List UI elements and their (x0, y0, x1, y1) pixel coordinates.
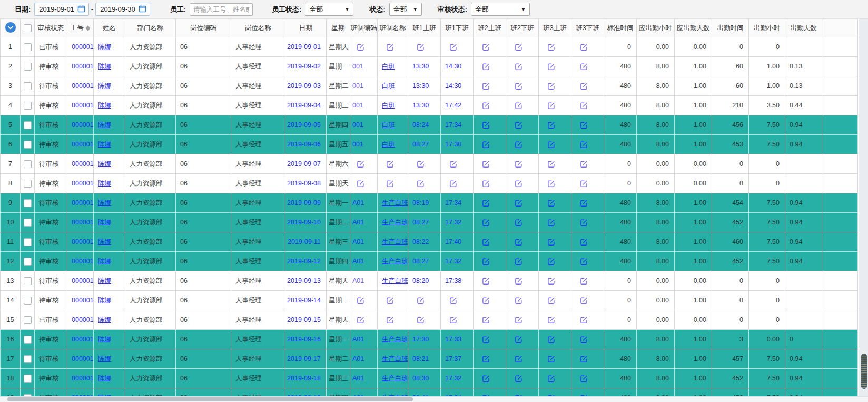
edit-icon[interactable] (515, 375, 522, 383)
time-link[interactable]: 17:37 (445, 355, 461, 362)
row-checkbox[interactable] (24, 355, 32, 363)
edit-icon[interactable] (515, 336, 522, 344)
edit-icon[interactable] (482, 258, 490, 266)
shift-name-link[interactable]: 生产白班 (382, 258, 408, 265)
row-checkbox[interactable] (24, 258, 32, 266)
employee-name-link[interactable]: 陈娜 (98, 375, 111, 382)
shift-code-link[interactable]: A01 (352, 336, 364, 343)
shift-code-link[interactable]: 001 (352, 141, 363, 148)
edit-icon[interactable] (515, 238, 522, 246)
date-link[interactable]: 2019-09-04 (287, 102, 321, 109)
edit-icon[interactable] (580, 121, 588, 129)
edit-icon[interactable] (515, 43, 522, 51)
edit-icon[interactable] (386, 160, 394, 168)
time-link[interactable]: 08:19 (412, 199, 429, 207)
time-link[interactable]: 13:30 (412, 63, 429, 70)
edit-icon[interactable] (580, 316, 588, 324)
edit-icon[interactable] (547, 375, 555, 383)
employee-name-link[interactable]: 陈娜 (98, 238, 111, 246)
time-link[interactable]: 14:30 (445, 82, 461, 90)
edit-icon[interactable] (580, 180, 588, 188)
edit-icon[interactable] (547, 121, 555, 129)
edit-icon[interactable] (515, 121, 522, 129)
shift-name-link[interactable]: 白班 (382, 63, 395, 70)
edit-icon[interactable] (547, 102, 555, 110)
employee-name-link[interactable]: 陈娜 (98, 316, 111, 323)
employee-id-link[interactable]: 000001 (72, 180, 94, 187)
employee-name-link[interactable]: 陈娜 (98, 102, 111, 109)
row-checkbox[interactable] (24, 102, 32, 110)
shift-name-link[interactable]: 生产白班 (382, 355, 408, 362)
date-link[interactable]: 2019-09-16 (287, 336, 321, 343)
shift-name-link[interactable]: 生产白班 (382, 219, 408, 226)
edit-icon[interactable] (482, 219, 490, 227)
employee-status-select[interactable]: 全部 ▼ (305, 3, 353, 16)
row-checkbox[interactable] (24, 63, 32, 71)
date-from-picker[interactable]: 2019-09-01 (34, 3, 89, 16)
shift-code-link[interactable]: A01 (352, 238, 364, 246)
edit-icon[interactable] (482, 238, 490, 246)
employee-id-link[interactable]: 000001 (72, 336, 94, 343)
date-link[interactable]: 2019-09-14 (287, 297, 321, 304)
time-link[interactable]: 17:30 (445, 141, 461, 148)
edit-icon[interactable] (580, 82, 588, 90)
edit-icon[interactable] (547, 82, 555, 90)
edit-icon[interactable] (515, 199, 522, 207)
time-link[interactable]: 08:27 (412, 219, 429, 226)
time-link[interactable]: 08:21 (412, 355, 429, 362)
edit-icon[interactable] (515, 82, 522, 90)
employee-id-link[interactable]: 000001 (72, 121, 94, 129)
shift-name-link[interactable]: 生产白班 (382, 336, 408, 343)
edit-icon[interactable] (547, 141, 555, 149)
sort-icon[interactable] (86, 25, 90, 31)
shift-code-link[interactable]: 001 (352, 82, 363, 90)
date-link[interactable]: 2019-09-08 (287, 180, 321, 187)
time-link[interactable]: 08:27 (412, 141, 429, 148)
edit-icon[interactable] (417, 316, 425, 324)
shift-name-link[interactable]: 白班 (382, 141, 395, 148)
time-link[interactable]: 17:30 (412, 336, 429, 343)
edit-icon[interactable] (515, 258, 522, 266)
edit-icon[interactable] (482, 102, 490, 110)
expand-all-button[interactable] (5, 22, 16, 33)
column-header-2[interactable]: 工号 (67, 19, 94, 37)
edit-icon[interactable] (515, 180, 522, 188)
edit-icon[interactable] (386, 180, 394, 188)
employee-name-link[interactable]: 陈娜 (98, 43, 111, 51)
time-link[interactable]: 17:32 (445, 375, 461, 382)
shift-name-link[interactable]: 生产白班 (382, 199, 408, 207)
edit-icon[interactable] (386, 297, 394, 305)
edit-icon[interactable] (547, 355, 555, 363)
employee-id-link[interactable]: 000001 (72, 355, 94, 362)
shift-name-link[interactable]: 白班 (382, 102, 395, 109)
calendar-icon[interactable] (77, 5, 85, 14)
date-link[interactable]: 2019-09-06 (287, 141, 321, 148)
employee-id-link[interactable]: 000001 (72, 63, 94, 70)
edit-icon[interactable] (580, 375, 588, 383)
shift-code-link[interactable]: 001 (352, 121, 363, 129)
edit-icon[interactable] (386, 316, 394, 324)
time-link[interactable]: 08:22 (412, 238, 429, 246)
date-link[interactable]: 2019-09-15 (287, 316, 321, 323)
edit-icon[interactable] (482, 297, 490, 305)
row-checkbox[interactable] (24, 160, 32, 168)
edit-icon[interactable] (515, 355, 522, 363)
row-checkbox[interactable] (24, 277, 32, 285)
horizontal-scrollbar-thumb[interactable] (7, 397, 413, 401)
shift-name-link[interactable]: 白班 (382, 121, 395, 129)
edit-icon[interactable] (449, 43, 457, 51)
row-checkbox[interactable] (24, 141, 32, 149)
employee-id-link[interactable]: 000001 (72, 375, 94, 382)
edit-icon[interactable] (580, 355, 588, 363)
employee-id-link[interactable]: 000001 (72, 258, 94, 265)
employee-name-link[interactable]: 陈娜 (98, 63, 111, 70)
row-checkbox[interactable] (24, 219, 32, 227)
vertical-scrollbar[interactable] (861, 19, 867, 396)
time-link[interactable]: 17:32 (445, 219, 461, 226)
shift-name-link[interactable]: 生产白班 (382, 238, 408, 246)
edit-icon[interactable] (357, 160, 364, 168)
time-link[interactable]: 17:34 (445, 121, 461, 129)
employee-id-link[interactable]: 000001 (72, 82, 94, 90)
date-link[interactable]: 2019-09-05 (287, 121, 321, 129)
row-checkbox[interactable] (24, 375, 32, 383)
